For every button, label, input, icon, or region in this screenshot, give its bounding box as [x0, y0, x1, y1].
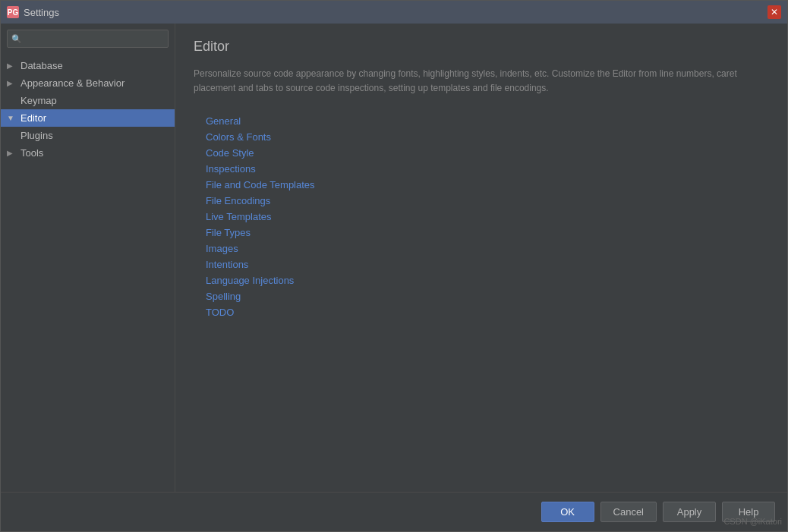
link-images[interactable]: Images [206, 241, 769, 256]
sidebar-item-editor[interactable]: ▼ Editor [1, 109, 175, 127]
cancel-button[interactable]: Cancel [600, 502, 657, 522]
link-file-and-code-templates[interactable]: File and Code Templates [206, 178, 769, 192]
sidebar-item-label-keymap: Keymap [20, 95, 169, 106]
sidebar-item-label-tools: Tools [20, 147, 169, 159]
expand-arrow-tools: ▶ [7, 149, 17, 157]
sidebar-item-appearance[interactable]: ▶ Appearance & Behavior [1, 74, 175, 92]
sidebar-item-label-database: Database [20, 60, 169, 71]
content-title: Editor [194, 39, 769, 55]
main-content: 🔍 ▶ Database ▶ Appearance & Behavior Key… [1, 24, 787, 492]
link-code-style[interactable]: Code Style [206, 146, 769, 160]
app-icon: PG [7, 6, 19, 18]
link-live-templates[interactable]: Live Templates [206, 209, 769, 224]
apply-button[interactable]: Apply [663, 502, 716, 522]
sidebar-item-label-editor: Editor [20, 112, 169, 124]
ok-button[interactable]: OK [541, 502, 594, 522]
sidebar-item-plugins[interactable]: Plugins [1, 127, 175, 144]
footer: OK Cancel Apply Help [1, 492, 787, 531]
link-intentions[interactable]: Intentions [206, 257, 769, 272]
sidebar-item-database[interactable]: ▶ Database [1, 57, 175, 74]
search-box: 🔍 [7, 30, 169, 48]
expand-arrow-database: ▶ [7, 61, 17, 70]
link-file-types[interactable]: File Types [206, 225, 769, 240]
link-colors-fonts[interactable]: Colors & Fonts [206, 130, 769, 144]
search-icon: 🔍 [11, 34, 22, 44]
sidebar-item-keymap[interactable]: Keymap [1, 92, 175, 109]
titlebar: PG Settings ✕ [1, 1, 787, 24]
close-button[interactable]: ✕ [768, 5, 781, 19]
link-todo[interactable]: TODO [206, 305, 769, 320]
expand-arrow-editor: ▼ [7, 114, 17, 122]
sidebar: 🔍 ▶ Database ▶ Appearance & Behavior Key… [1, 24, 175, 492]
titlebar-left: PG Settings [7, 6, 59, 18]
link-general[interactable]: General [206, 114, 769, 128]
link-file-encodings[interactable]: File Encodings [206, 194, 769, 208]
expand-arrow-appearance: ▶ [7, 79, 17, 87]
window-title: Settings [24, 7, 59, 18]
content-area: Editor Personalize source code appearanc… [175, 24, 787, 492]
link-inspections[interactable]: Inspections [206, 162, 769, 176]
sidebar-item-label-appearance: Appearance & Behavior [20, 77, 169, 89]
nav-tree: ▶ Database ▶ Appearance & Behavior Keyma… [1, 54, 175, 492]
content-description: Personalize source code appearance by ch… [194, 67, 763, 96]
sidebar-item-tools[interactable]: ▶ Tools [1, 144, 175, 162]
sidebar-item-label-plugins: Plugins [20, 130, 169, 141]
watermark: CSDN @iKatori [723, 517, 782, 526]
search-input[interactable] [7, 30, 169, 48]
link-language-injections[interactable]: Language Injections [206, 273, 769, 288]
link-spelling[interactable]: Spelling [206, 289, 769, 304]
link-list: General Colors & Fonts Code Style Inspec… [206, 114, 769, 320]
settings-window: PG Settings ✕ 🔍 ▶ Database ▶ Appearance … [0, 0, 788, 532]
